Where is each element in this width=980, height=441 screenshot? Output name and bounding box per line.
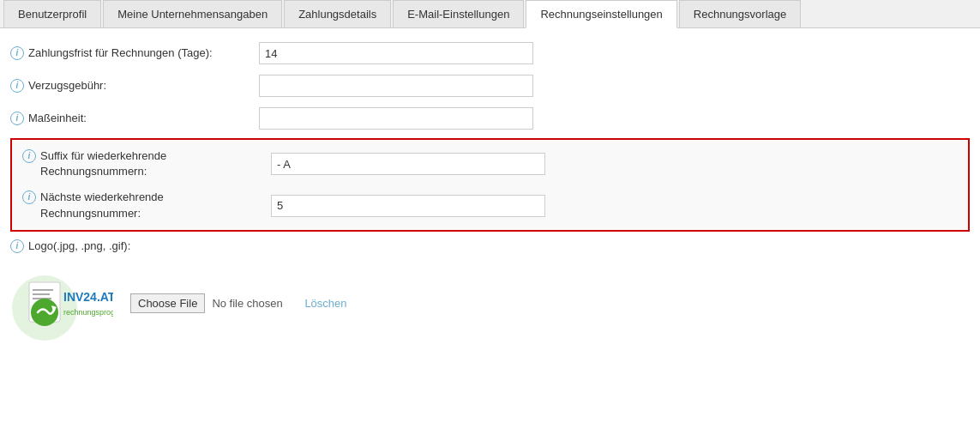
zahlungsfrist-input[interactable] [259,42,533,64]
tab-email-einstellungen[interactable]: E-Mail-Einstellungen [393,0,524,27]
tab-meine-unternehmensangaben[interactable]: Meine Unternehmensangaben [103,0,282,27]
svg-rect-3 [33,293,50,295]
tab-benutzerprofil[interactable]: Benutzerprofil [3,0,101,27]
logo-info-icon[interactable]: i [10,239,24,253]
tab-bar: Benutzerprofil Meine Unternehmensangaben… [0,0,980,28]
logo-label: Logo(.jpg, .png, .gif): [28,239,130,252]
suffix-info-icon[interactable]: i [22,149,36,163]
masseinheit-input[interactable] [259,107,533,130]
suffix-label: i Suffix für wiederkehrende Rechnungsnum… [22,148,271,179]
masseinheit-row: i Maßeinheit: [0,102,980,135]
naechste-row: i Nächste wiederkehrende Rechnungsnummer… [12,184,968,226]
logo-svg: INV24.AT rechnungsprogramm [10,265,113,342]
tab-rechnungsvorlage[interactable]: Rechnungsvorlage [679,0,801,27]
suffix-row: i Suffix für wiederkehrende Rechnungsnum… [12,143,968,184]
masseinheit-info-icon[interactable]: i [10,112,24,125]
svg-rect-2 [33,289,53,291]
svg-text:INV24.AT: INV24.AT [63,290,113,304]
verzugsgebuehr-info-icon[interactable]: i [10,79,24,93]
verzugsgebuehr-row: i Verzugsgebühr: [0,69,980,102]
logo-image-container: INV24.AT rechnungsprogramm [10,265,113,342]
naechste-label: i Nächste wiederkehrende Rechnungsnummer… [22,190,271,220]
masseinheit-label: i Maßeinheit: [10,111,259,126]
suffix-input[interactable] [271,153,545,175]
loeschen-link[interactable]: Löschen [304,297,346,310]
verzugsgebuehr-input[interactable] [259,75,533,97]
zahlungsfrist-label: i Zahlungsfrist für Rechnungen (Tage): [10,45,259,61]
tab-zahlungsdetails[interactable]: Zahlungsdetails [284,0,391,27]
choose-file-button[interactable]: Choose File [130,293,205,313]
settings-content: i Zahlungsfrist für Rechnungen (Tage): i… [0,28,980,359]
verzugsgebuehr-label: i Verzugsgebühr: [10,78,259,94]
svg-text:rechnungsprogramm: rechnungsprogramm [63,308,113,317]
highlighted-recurring-section: i Suffix für wiederkehrende Rechnungsnum… [10,138,970,232]
file-input-area: Choose File No file chosen Löschen [130,293,347,313]
tab-rechnungseinstellungen[interactable]: Rechnungseinstellungen [526,0,676,28]
naechste-input[interactable] [271,195,545,217]
zahlungsfrist-row: i Zahlungsfrist für Rechnungen (Tage): [0,37,980,69]
logo-display-area: INV24.AT rechnungsprogramm Choose File N… [0,257,980,351]
svg-point-5 [31,299,58,326]
file-name-display: No file chosen [212,297,298,310]
zahlungsfrist-info-icon[interactable]: i [10,46,24,60]
logo-label-row: i Logo(.jpg, .png, .gif): [0,235,980,257]
naechste-info-icon[interactable]: i [22,190,36,204]
